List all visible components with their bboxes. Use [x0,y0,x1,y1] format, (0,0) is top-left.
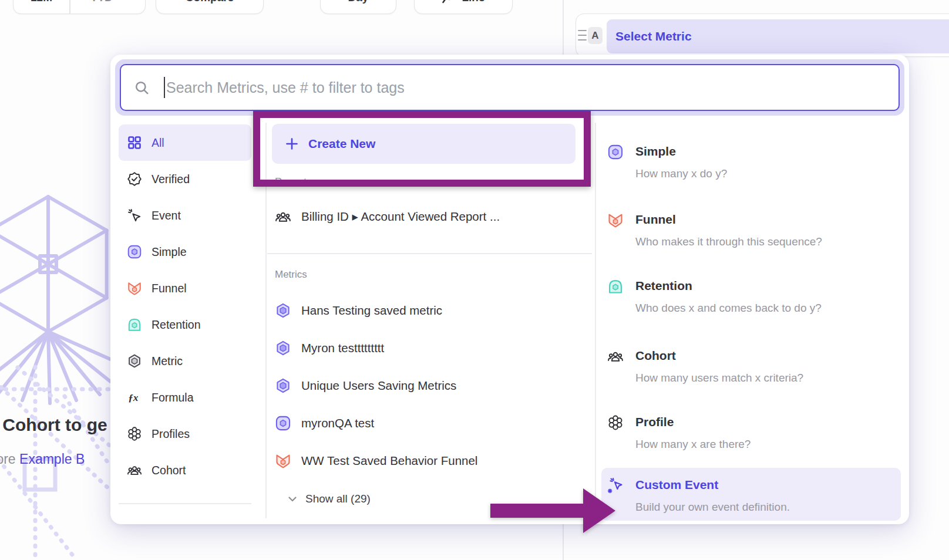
profiles-icon [607,414,624,431]
empty-state-headline: or Cohort to ge [0,415,107,435]
profiles-icon [127,426,142,441]
cohort-icon [275,208,291,225]
custom-event-icon [607,477,624,494]
chevron-down-icon [288,496,297,502]
subline-text: xplore [0,451,19,467]
compare-button[interactable]: Compare [156,0,264,14]
sidebar-item-label: Formula [152,391,194,404]
line-chart-icon [442,0,455,5]
event-cursor-icon [127,208,142,223]
sidebar-item-label: Metric [152,355,183,368]
type-desc: Who makes it through this sequence? [635,235,822,248]
recent-item-label: Billing ID ▸ Account Viewed Report ... [301,210,500,224]
text-caret [164,77,165,98]
drag-handle-icon[interactable] [578,30,587,41]
create-new-label: Create New [308,137,375,151]
column-divider [595,123,596,518]
interval-button[interactable]: Day [320,0,396,14]
sidebar-item-profiles[interactable]: Profiles [119,416,251,452]
saved-metric-icon [275,340,291,356]
simple-icon [607,144,624,160]
cohort-icon [127,463,142,478]
metric-item-label: Myron testtttttttt [301,341,384,355]
series-badge-label: A [591,30,598,42]
cohort-icon [607,348,624,365]
metric-list-item[interactable]: WW Test Saved Behavior Funnel [275,453,477,469]
search-input[interactable] [166,79,898,96]
funnel-icon [127,281,142,296]
saved-metric-icon [275,377,291,394]
type-custom-event[interactable]: Custom Event Build your own event defini… [601,468,901,521]
search-field[interactable] [120,64,900,111]
simple-icon [127,244,142,259]
metric-list-item[interactable]: myronQA test [275,415,374,431]
range-12m-label: 12M [31,0,52,4]
type-retention[interactable]: Retention Who does x and comes back to d… [601,278,901,332]
example-board-link[interactable]: Example B [19,451,85,467]
sidebar-item-label: Simple [152,245,187,259]
svg-text:ƒx: ƒx [128,392,139,403]
funnel-icon [275,453,291,469]
recent-item[interactable]: Billing ID ▸ Account Viewed Report ... [275,208,500,225]
metric-list-item[interactable]: Hans Testing saved metric [275,302,442,319]
chart-type-label: Line [462,0,484,4]
type-title: Custom Event [635,478,718,492]
sidebar-item-cohort[interactable]: Cohort [119,452,251,488]
sidebar-item-formula[interactable]: ƒx Formula [119,379,251,416]
show-all-button[interactable]: Show all (29) [288,492,371,505]
sidebar-item-simple[interactable]: Simple [119,234,251,270]
retention-icon [127,317,142,332]
recents-label: Recents [275,176,311,188]
sidebar-item-metric[interactable]: Metric [119,343,251,379]
metric-item-label: WW Test Saved Behavior Funnel [301,454,477,468]
type-funnel[interactable]: Funnel Who makes it through this sequenc… [601,212,901,266]
verified-icon [127,171,142,187]
grid-icon [127,135,142,150]
sidebar-divider [119,503,251,504]
sidebar-item-partial[interactable]: T [119,514,251,524]
show-all-label: Show all (29) [305,492,371,505]
funnel-icon [607,212,624,228]
type-desc: How many x are there? [635,438,751,451]
type-simple[interactable]: Simple How many x do y? [601,144,901,198]
select-metric-button[interactable]: Select Metric [607,19,949,53]
sidebar-item-all[interactable]: All [119,124,251,161]
app-page: 12M YTD Compare Day Line A Select Metric [0,0,949,560]
sidebar-item-label: Event [152,209,181,222]
type-desc: Who does x and comes back to do y? [635,302,822,315]
sidebar-item-label: Verified [152,173,190,186]
sidebar-item-retention[interactable]: Retention [119,306,251,343]
column-divider [265,123,267,518]
metric-icon [127,353,142,369]
formula-icon: ƒx [127,390,142,405]
type-cohort[interactable]: Cohort How many users match x criteria? [601,348,901,402]
sidebar-item-funnel[interactable]: Funnel [119,270,251,306]
select-metric-label: Select Metric [615,29,692,43]
type-profile[interactable]: Profile How many x are there? [601,414,901,468]
metrics-label: Metrics [275,269,307,281]
type-desc: Build your own event definition. [635,501,790,514]
sidebar-item-label: Profiles [152,427,190,441]
metric-item-label: Unique Users Saving Metrics [301,379,456,393]
plus-icon [285,137,299,151]
range-12m-button[interactable]: 12M [14,0,69,14]
compare-label: Compare [186,0,234,4]
create-new-button[interactable]: Create New [272,124,576,164]
type-title: Profile [635,415,674,429]
type-title: Funnel [635,212,676,227]
sidebar-item-event[interactable]: Event [119,197,251,234]
metric-picker-modal: All Verified Event Simple Funnel Retenti… [110,55,909,524]
sidebar-item-verified[interactable]: Verified [119,161,251,197]
sidebar-item-label: Retention [152,318,200,332]
metric-list-item[interactable]: Unique Users Saving Metrics [275,377,456,394]
sidebar-item-label: Funnel [152,282,187,295]
interval-label: Day [348,0,369,4]
retention-icon [607,278,624,295]
metric-list-item[interactable]: Myron testtttttttt [275,340,384,356]
empty-state-subline: xplore Example B [0,451,85,467]
series-badge[interactable]: A [588,27,603,44]
range-ytd-button[interactable]: YTD [70,0,146,14]
chart-type-button[interactable]: Line [414,0,513,14]
type-title: Simple [635,144,676,158]
metric-item-label: myronQA test [301,416,374,430]
